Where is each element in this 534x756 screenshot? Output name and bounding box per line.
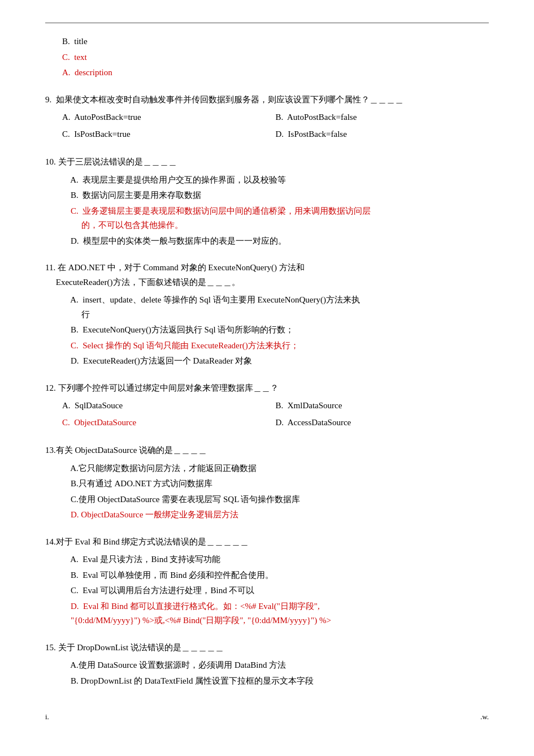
footer-right: .w.: [480, 711, 489, 723]
option-14b: B. Eval 可以单独使用，而 Bind 必须和控件配合使用。: [62, 568, 489, 583]
question-15: 15. 关于 DropDownList 说法错误的是＿＿＿＿＿ A.使用 Dat…: [45, 641, 489, 689]
option-a-description: A. description: [62, 66, 489, 80]
question-11-text: 11. 在 ADO.NET 中，对于 Command 对象的 ExecuteNo…: [45, 261, 489, 290]
option-9b: B. AutoPostBack=false: [276, 110, 489, 125]
option-b-title: B. title: [62, 34, 489, 49]
option-10d: D. 模型层中的实体类一般与数据库中的表是一一对应的。: [62, 234, 489, 249]
question-9-options: A. AutoPostBack=true B. AutoPostBack=fal…: [62, 110, 489, 142]
option-12a: A. SqlDataSouce: [62, 399, 276, 413]
question-14-options: A. Eval 是只读方法，Bind 支持读写功能 B. Eval 可以单独使用…: [62, 552, 489, 628]
question-10-options: A. 表现层主要是提供给用户交互的操作界面，以及校验等 B. 数据访问层主要是用…: [62, 173, 489, 249]
question-15-options: A.使用 DataSource 设置数据源时，必须调用 DataBind 方法 …: [62, 658, 489, 688]
question-14: 14.对于 Eval 和 Bind 绑定方式说法错误的是＿＿＿＿＿ A. Eva…: [45, 535, 489, 628]
option-12d: D. AccessDataSource: [276, 416, 489, 430]
option-12c: C. ObjectDataSource: [62, 416, 276, 430]
question-12: 12. 下列哪个控件可以通过绑定中间层对象来管理数据库＿＿？ A. SqlDat…: [45, 381, 489, 431]
option-10b: B. 数据访问层主要是用来存取数据: [62, 188, 489, 203]
option-13d: D. ObjectDataSource 一般绑定业务逻辑层方法: [62, 508, 489, 522]
option-label: C. text: [62, 53, 87, 62]
option-9d: D. IsPostBack=false: [276, 127, 489, 142]
footer-left: i.: [45, 711, 49, 723]
question-14-text: 14.对于 Eval 和 Bind 绑定方式说法错误的是＿＿＿＿＿: [45, 535, 489, 550]
question-10-text: 10. 关于三层说法错误的是＿＿＿＿: [45, 155, 489, 170]
option-9a: A. AutoPostBack=true: [62, 110, 276, 125]
question-13-text: 13.有关 ObjectDataSource 说确的是＿＿＿＿: [45, 443, 489, 458]
top-divider: [45, 23, 489, 23]
option-10c: C. 业务逻辑层主要是表现层和数据访问层中间的通信桥梁，用来调用数据访问层 的，…: [62, 204, 489, 233]
question-12-text: 12. 下列哪个控件可以通过绑定中间层对象来管理数据库＿＿？: [45, 381, 489, 396]
pre-options-list: B. title C. text A. description: [62, 34, 489, 80]
question-9-text: 9. 如果使文本框改变时自动触发事件并传回数据到服务器，则应该设置下列哪个属性？…: [45, 93, 489, 107]
option-11c: C. Select 操作的 Sql 语句只能由 ExecuteReader()方…: [62, 339, 489, 353]
option-9c: C. IsPostBack=true: [62, 127, 276, 142]
question-13: 13.有关 ObjectDataSource 说确的是＿＿＿＿ A.它只能绑定数…: [45, 443, 489, 522]
option-13a: A.它只能绑定数据访问层方法，才能返回正确数据: [62, 461, 489, 476]
option-12b: B. XmlDataSource: [276, 399, 489, 413]
option-13b: B.只有通过 ADO.NET 方式访问数据库: [62, 477, 489, 491]
option-15a: A.使用 DataSource 设置数据源时，必须调用 DataBind 方法: [62, 658, 489, 673]
option-11a: A. insert、update、delete 等操作的 Sql 语句主要用 E…: [62, 293, 489, 322]
option-14c: C. Eval 可以调用后台方法进行处理，Bind 不可以: [62, 584, 489, 598]
question-10: 10. 关于三层说法错误的是＿＿＿＿ A. 表现层主要是提供给用户交互的操作界面…: [45, 155, 489, 248]
option-13c: C.使用 ObjectDataSource 需要在表现层写 SQL 语句操作数据…: [62, 493, 489, 507]
option-label: B. title: [62, 37, 88, 46]
question-13-options: A.它只能绑定数据访问层方法，才能返回正确数据 B.只有通过 ADO.NET 方…: [62, 461, 489, 522]
option-14d: D. Eval 和 Bind 都可以直接进行格式化。如：<%# Eval("日期…: [62, 599, 489, 628]
question-12-options: A. SqlDataSouce B. XmlDataSource C. Obje…: [62, 399, 489, 431]
question-11-options: A. insert、update、delete 等操作的 Sql 语句主要用 E…: [62, 293, 489, 369]
option-label: A. description: [62, 68, 112, 77]
option-10a: A. 表现层主要是提供给用户交互的操作界面，以及校验等: [62, 173, 489, 188]
option-14a: A. Eval 是只读方法，Bind 支持读写功能: [62, 552, 489, 567]
option-11b: B. ExecuteNonQuery()方法返回执行 Sql 语句所影响的行数；: [62, 323, 489, 338]
footer: i. .w.: [45, 711, 489, 723]
question-15-text: 15. 关于 DropDownList 说法错误的是＿＿＿＿＿: [45, 641, 489, 655]
option-c-text: C. text: [62, 50, 489, 65]
pre-options-block: B. title C. text A. description: [45, 34, 489, 80]
option-11d: D. ExecuteReader()方法返回一个 DataReader 对象: [62, 354, 489, 369]
question-11: 11. 在 ADO.NET 中，对于 Command 对象的 ExecuteNo…: [45, 261, 489, 369]
question-9: 9. 如果使文本框改变时自动触发事件并传回数据到服务器，则应该设置下列哪个属性？…: [45, 93, 489, 143]
option-15b: B. DropDownList 的 DataTextField 属性设置下拉框的…: [62, 674, 489, 689]
